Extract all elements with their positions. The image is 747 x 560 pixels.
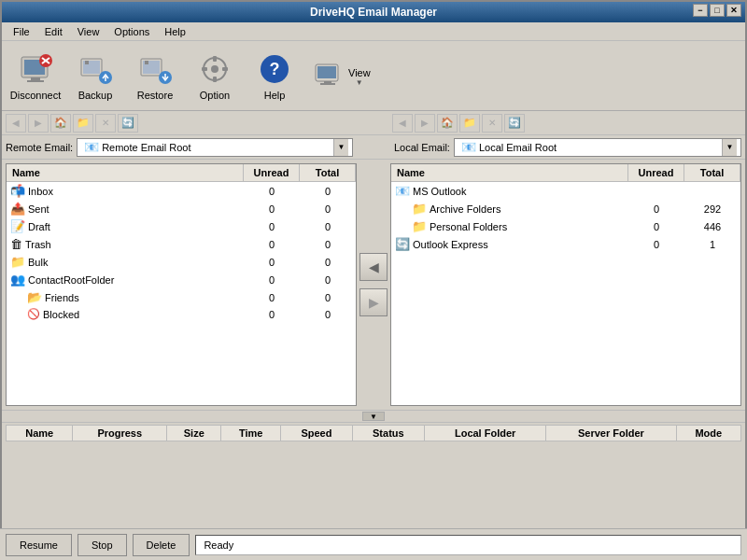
remote-folder-name: Bulk (7, 254, 244, 270)
close-button[interactable]: ✕ (726, 4, 741, 17)
remote-home-button[interactable]: 🏠 (50, 114, 71, 133)
remote-folder-name: Sent (7, 201, 244, 217)
view-button[interactable]: View ▼ (306, 54, 377, 97)
menu-options[interactable]: Options (106, 24, 157, 39)
restore-button[interactable]: Restore (127, 46, 183, 105)
local-folder-row[interactable]: Outlook Express 0 1 (391, 235, 740, 253)
remote-folder-row[interactable]: Friends 0 0 (7, 288, 356, 306)
toolbar: Disconnect Backup Rest (2, 41, 745, 111)
remote-folder-name: Trash (7, 236, 244, 252)
local-home-button[interactable]: 🏠 (437, 114, 458, 133)
local-folder-row[interactable]: Personal Folders 0 446 (391, 217, 740, 235)
bottom-table-area: Name Progress Size Time Speed Status Loc… (2, 422, 745, 443)
remote-folder-row[interactable]: Trash 0 0 (7, 235, 356, 253)
local-folder-total: 292 (684, 203, 740, 216)
option-label: Option (200, 90, 230, 101)
expand-bottom-button[interactable]: ▼ (362, 412, 385, 421)
stop-button[interactable]: Stop (78, 534, 127, 556)
remote-folder-total: 0 (300, 273, 356, 287)
svg-rect-27 (324, 81, 331, 83)
svg-rect-9 (85, 61, 89, 64)
local-folder-unread: 0 (628, 220, 684, 233)
remote-folder-unread: 0 (244, 220, 300, 233)
remote-folder-row[interactable]: ContactRootFolder 0 0 (7, 271, 356, 288)
local-folder-list: MS Outlook Archive Folders 0 292 Persona… (391, 182, 740, 405)
remote-folder-row[interactable]: Sent 0 0 (7, 200, 356, 217)
local-panel: Name Unread Total MS Outlook Archive Fol… (390, 163, 741, 406)
folder-icon (412, 219, 427, 233)
remote-folder-total: 0 (300, 220, 356, 233)
remote-folder-list: Inbox 0 0 Sent 0 0 Draft 0 0 Trash 0 0 B… (7, 182, 356, 405)
disconnect-icon (17, 50, 54, 88)
local-col-total: Total (684, 164, 740, 181)
local-forward-button[interactable]: ▶ (415, 114, 435, 133)
remote-folder-text: Remote Email Root (102, 142, 190, 153)
remote-folder-total: 0 (300, 256, 356, 269)
local-col-name: Name (391, 164, 628, 181)
menu-edit[interactable]: Edit (37, 24, 70, 39)
menu-bar: File Edit View Options Help (2, 22, 745, 41)
local-folder-select[interactable]: 📧 Local Email Root ▼ (454, 138, 741, 157)
title-bar: DriveHQ Email Manager − □ ✕ (2, 2, 745, 22)
remote-folder-row[interactable]: Bulk 0 0 (7, 253, 356, 271)
remote-panel-header: Name Unread Total (7, 164, 356, 182)
local-folder-row[interactable]: Archive Folders 0 292 (391, 200, 740, 217)
restore-label: Restore (137, 90, 174, 101)
remote-email-label: Remote Email: (6, 142, 73, 153)
menu-help[interactable]: Help (157, 24, 193, 39)
remote-folder-name: Draft (7, 218, 244, 234)
menu-view[interactable]: View (70, 24, 107, 39)
remote-folder-unread: 0 (244, 185, 300, 198)
help-button[interactable]: ? Help (247, 46, 303, 105)
table-col-progress: Progress (73, 426, 167, 441)
local-folder-row[interactable]: MS Outlook (391, 182, 740, 200)
local-folder-text: Local Email Root (479, 142, 557, 153)
local-folder-value: 📧 Local Email Root (458, 140, 722, 154)
arrow-right-button[interactable]: ▶ (359, 288, 388, 316)
remote-folder-row[interactable]: Draft 0 0 (7, 217, 356, 235)
remote-folder-select[interactable]: 📧 Remote Email Root ▼ (77, 138, 353, 157)
remote-newfolder-button[interactable]: 📁 (73, 114, 93, 133)
transfer-table: Name Progress Size Time Speed Status Loc… (6, 425, 741, 441)
backup-button[interactable]: Backup (67, 46, 123, 105)
table-col-size: Size (167, 426, 221, 441)
local-newfolder-button[interactable]: 📁 (459, 114, 480, 133)
title-bar-controls[interactable]: − □ ✕ (693, 4, 741, 17)
remote-refresh-button[interactable]: 🔄 (118, 114, 138, 133)
remote-folder-row[interactable]: Blocked 0 0 (7, 306, 356, 322)
local-folder-unread: 0 (628, 238, 684, 251)
remote-folder-arrow[interactable]: ▼ (333, 139, 348, 156)
remote-back-button[interactable]: ◀ (6, 114, 26, 133)
folder-icon (395, 237, 410, 251)
remote-folder-unread: 0 (244, 308, 300, 321)
local-refresh-button[interactable]: 🔄 (504, 114, 525, 133)
remote-folder-row[interactable]: Inbox 0 0 (7, 182, 356, 200)
remote-delete-button[interactable]: ✕ (95, 114, 116, 133)
local-folder-unread: 0 (628, 203, 684, 216)
disconnect-label: Disconnect (10, 90, 61, 101)
main-content: Name Unread Total Inbox 0 0 Sent 0 0 Dra… (2, 160, 745, 410)
folder-icon (27, 290, 42, 304)
delete-button[interactable]: Delete (133, 534, 190, 556)
disconnect-button[interactable]: Disconnect (7, 46, 63, 105)
local-folder-total: 446 (684, 220, 740, 233)
option-button[interactable]: Option (187, 46, 243, 105)
local-panel-header: Name Unread Total (391, 164, 740, 182)
folder-icon (27, 308, 40, 320)
help-icon: ? (256, 50, 293, 88)
local-back-button[interactable]: ◀ (392, 114, 413, 133)
remote-forward-button[interactable]: ▶ (28, 114, 49, 133)
remote-folder-name: Inbox (7, 183, 244, 199)
maximize-button[interactable]: □ (710, 4, 725, 17)
local-folder-name: Outlook Express (391, 236, 628, 252)
menu-file[interactable]: File (6, 24, 37, 39)
table-col-mode: Mode (676, 426, 740, 441)
view-dropdown-arrow[interactable]: ▼ (356, 78, 363, 87)
local-folder-arrow[interactable]: ▼ (722, 139, 737, 156)
resume-button[interactable]: Resume (6, 534, 72, 556)
remote-folder-total: 0 (300, 238, 356, 251)
arrow-left-button[interactable]: ◀ (359, 253, 388, 281)
local-delete-button[interactable]: ✕ (482, 114, 502, 133)
minimize-button[interactable]: − (693, 4, 708, 17)
remote-folder-icon: 📧 (84, 140, 99, 154)
